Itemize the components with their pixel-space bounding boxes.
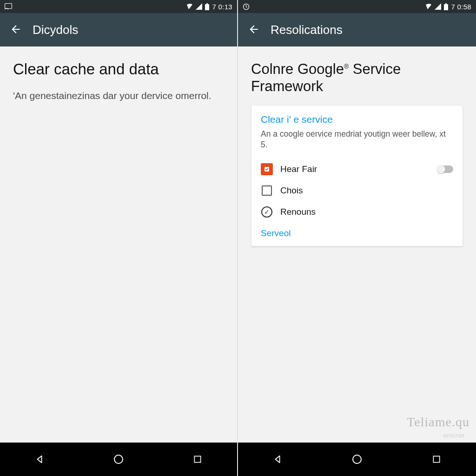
card-title: Clear i' e service — [261, 114, 453, 125]
nav-back-button[interactable] — [28, 448, 51, 470]
page-subtext: 'An genestainezinas dar your dervice ome… — [13, 89, 224, 102]
option-chois[interactable]: Chois — [261, 180, 453, 201]
screen-left: 7 0:13 Dicydols Clear cache and data 'An… — [0, 0, 238, 476]
app-bar: Resolications — [238, 13, 476, 46]
navigation-bar — [0, 443, 237, 476]
svg-rect-10 — [433, 456, 439, 462]
nav-recent-button[interactable] — [425, 448, 448, 470]
app-bar-title: Dicydols — [33, 23, 78, 37]
triangle-back-icon — [272, 454, 283, 464]
battery-icon — [444, 3, 448, 10]
svg-rect-0 — [5, 4, 12, 9]
cell-signal-icon — [196, 3, 202, 10]
service-card: Clear i' e service An a coogle oervice m… — [251, 105, 463, 246]
wifi-icon — [185, 3, 193, 10]
option-label: Chois — [280, 185, 303, 196]
svg-point-9 — [353, 455, 361, 463]
battery-icon — [205, 3, 209, 10]
content-area: Clear cache and data 'An genestainezinas… — [0, 46, 237, 443]
square-recent-icon — [432, 455, 441, 464]
toggle-switch[interactable] — [437, 165, 453, 173]
square-recent-icon — [193, 455, 202, 464]
app-bar: Dicydols — [0, 13, 237, 46]
option-label: Renouns — [280, 207, 316, 217]
triangle-back-icon — [34, 454, 45, 464]
circle-home-icon — [351, 454, 363, 465]
svg-rect-4 — [194, 456, 200, 462]
card-description: An a coogle oervice medriat youtign weer… — [261, 129, 453, 150]
svg-point-3 — [114, 455, 123, 463]
screen-right: 7 0:58 Resolications Colnre Google® Serv… — [238, 0, 476, 476]
app-indicator-icon — [243, 3, 250, 10]
check-circle-icon — [261, 206, 273, 218]
nav-home-button[interactable] — [346, 448, 368, 470]
option-hear-fair[interactable]: Hear Fair — [261, 159, 453, 180]
status-bar: 7 0:13 — [0, 0, 237, 13]
wifi-icon — [423, 3, 432, 10]
svg-rect-7 — [444, 4, 448, 10]
back-button[interactable] — [7, 20, 25, 39]
page-headline: Colnre Google® Service Framework — [251, 60, 463, 95]
circle-home-icon — [113, 454, 124, 465]
svg-rect-6 — [445, 3, 447, 4]
checkbox-icon[interactable] — [261, 185, 273, 197]
app-box-icon — [261, 163, 273, 175]
status-time: 7 0:58 — [451, 3, 471, 11]
app-bar-title: Resolications — [271, 23, 343, 37]
navigation-bar — [238, 443, 476, 476]
card-action-link[interactable]: Serveol — [261, 223, 291, 238]
cast-icon — [5, 3, 12, 10]
option-label: Hear Fair — [280, 164, 317, 174]
arrow-left-icon — [10, 23, 22, 37]
nav-home-button[interactable] — [107, 448, 130, 470]
page-headline: Clear cache and data — [13, 60, 224, 78]
back-button[interactable] — [245, 20, 263, 39]
status-bar: 7 0:58 — [238, 0, 476, 13]
trademark-icon: ® — [344, 63, 349, 70]
headline-text-pre: Colnre Google — [251, 61, 344, 77]
arrow-left-icon — [248, 23, 260, 37]
nav-recent-button[interactable] — [186, 448, 209, 470]
cell-signal-icon — [435, 3, 441, 10]
svg-rect-1 — [206, 3, 208, 4]
nav-back-button[interactable] — [266, 448, 289, 470]
option-renouns[interactable]: Renouns — [261, 201, 453, 223]
status-time: 7 0:13 — [212, 3, 232, 11]
content-area: Colnre Google® Service Framework Clear i… — [238, 46, 476, 443]
svg-rect-2 — [205, 4, 209, 10]
